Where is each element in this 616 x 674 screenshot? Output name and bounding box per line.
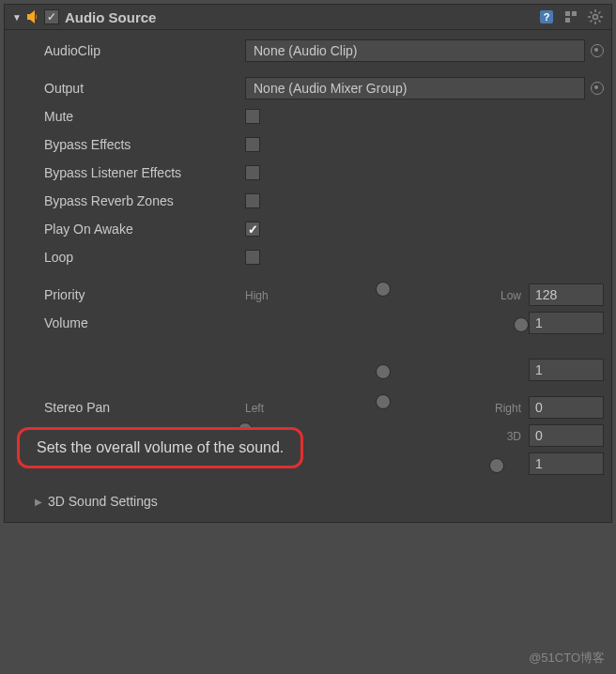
3d-sound-settings-header[interactable]: ▶ 3D Sound Settings [16, 488, 604, 514]
component-title: Audio Source [65, 9, 538, 25]
audioclip-field[interactable]: None (Audio Clip) [245, 39, 585, 62]
audioclip-label: AudioClip [16, 43, 245, 58]
loop-label: Loop [16, 250, 245, 265]
output-field[interactable]: None (Audio Mixer Group) [245, 77, 585, 100]
output-label: Output [16, 81, 245, 96]
volume-thumb[interactable] [514, 317, 529, 332]
bypass-listener-checkbox[interactable] [245, 165, 260, 180]
priority-label: Priority [16, 287, 245, 302]
bypass-reverb-checkbox[interactable] [245, 193, 260, 208]
audioclip-picker-icon[interactable] [591, 44, 604, 57]
help-icon[interactable]: ? [538, 8, 555, 25]
tooltip: Sets the overall volume of the sound. [17, 427, 303, 468]
bypass-effects-label: Bypass Effects [16, 137, 245, 152]
bypass-listener-label: Bypass Listener Effects [16, 165, 245, 180]
svg-rect-4 [565, 18, 570, 23]
enabled-checkbox[interactable] [44, 9, 59, 24]
volume-label: Volume [16, 315, 245, 330]
preset-icon[interactable] [562, 8, 579, 25]
svg-text:?: ? [544, 11, 550, 23]
bypass-effects-checkbox[interactable] [245, 137, 260, 152]
priority-field[interactable] [529, 283, 604, 306]
svg-rect-3 [572, 11, 577, 16]
pitch-field[interactable] [529, 359, 604, 381]
priority-left-label: High [245, 289, 269, 302]
stereo-pan-label: Stereo Pan [16, 400, 245, 415]
component-header: ▼ Audio Source ? [5, 5, 611, 30]
svg-rect-2 [565, 11, 570, 16]
play-on-awake-checkbox[interactable] [245, 222, 260, 237]
stereo-right-label: Right [495, 402, 521, 415]
mute-checkbox[interactable] [245, 109, 260, 124]
stereo-pan-thumb[interactable] [376, 394, 391, 409]
bypass-reverb-label: Bypass Reverb Zones [16, 193, 245, 208]
priority-thumb[interactable] [376, 282, 391, 297]
output-picker-icon[interactable] [591, 82, 604, 95]
spatial-blend-field[interactable] [529, 424, 604, 447]
spatial-right-label: 3D [507, 430, 521, 443]
mute-label: Mute [16, 109, 245, 124]
speaker-icon [25, 9, 40, 24]
gear-icon[interactable] [587, 8, 604, 25]
chevron-right-icon: ▶ [35, 497, 42, 507]
svg-point-5 [593, 15, 598, 20]
loop-checkbox[interactable] [245, 250, 260, 265]
stereo-pan-field[interactable] [529, 396, 604, 419]
reverb-zone-thumb[interactable] [489, 458, 504, 473]
volume-field[interactable] [529, 312, 604, 334]
priority-right-label: Low [500, 289, 521, 302]
pitch-thumb[interactable] [376, 364, 391, 379]
foldout-icon[interactable]: ▼ [12, 12, 22, 23]
reverb-zone-field[interactable] [529, 452, 604, 475]
3d-sound-settings-label: 3D Sound Settings [48, 494, 158, 509]
play-on-awake-label: Play On Awake [16, 222, 245, 237]
stereo-left-label: Left [245, 402, 264, 415]
watermark: @51CTO博客 [529, 650, 605, 666]
